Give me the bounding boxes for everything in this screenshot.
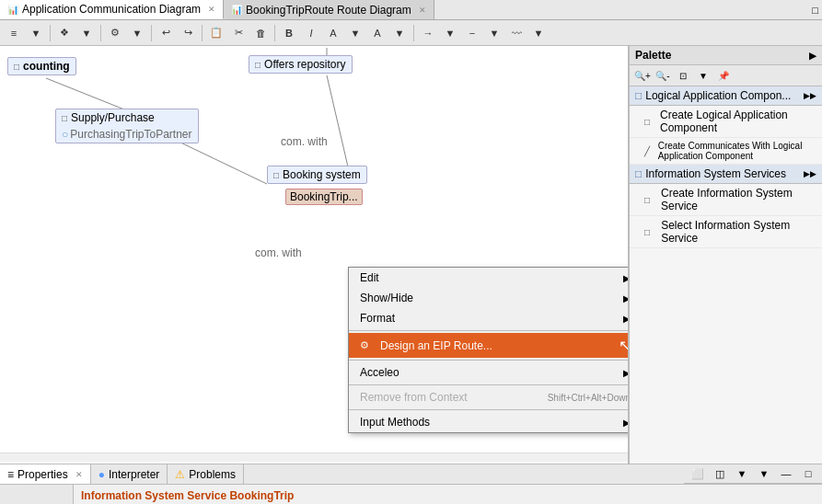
palette-expand-icon[interactable]: ▶ — [809, 51, 816, 61]
node-counting[interactable]: □ counting — [7, 57, 76, 75]
toolbar-wave-btn[interactable]: 〰 — [506, 23, 527, 43]
context-menu: Edit ▶ Show/Hide ▶ Format ▶ ⚙ Design an … — [348, 267, 629, 433]
palette-settings[interactable]: ▼ — [694, 67, 712, 84]
tab-application-diagram[interactable]: 📊 Application Communication Diagram ✕ — [0, 0, 224, 19]
toolbar-font-dd[interactable]: ▼ — [345, 23, 365, 43]
palette-toolbar: 🔍+ 🔍- ⊡ ▼ 📌 — [630, 65, 822, 86]
toolbar-settings-dd[interactable]: ▼ — [127, 23, 147, 43]
maximize-btn[interactable]: □ — [808, 0, 822, 19]
palette-create-logical-icon: □ — [644, 117, 654, 127]
palette-section-iss[interactable]: □ Information System Services ▶▶ — [630, 165, 822, 184]
node-bookingrip-label: BookingTrip... — [290, 190, 358, 203]
toolbar-line-dd[interactable]: ▼ — [484, 23, 504, 43]
palette-header: Palette ▶ — [630, 46, 822, 65]
node-bookingrip[interactable]: BookingTrip... — [285, 189, 363, 205]
palette-section-logical[interactable]: □ Logical Application Compon... ▶▶ — [630, 86, 822, 106]
node-counting-icon: □ — [14, 62, 19, 72]
bottom-right-toolbar: ⬜ ◫ ▼ ▼ — □ — [684, 464, 822, 484]
palette-item-create-iss[interactable]: □ Create Information System Service — [630, 184, 822, 216]
toolbar-redo-btn[interactable]: ↪ — [178, 23, 198, 43]
toolbar-sep-3 — [151, 25, 152, 41]
tab-application-label: Application Communication Diagram — [22, 3, 201, 16]
node-booking[interactable]: □ Booking system — [267, 166, 367, 184]
toolbar-font2-dd[interactable]: ▼ — [389, 23, 410, 43]
palette-item-select-iss[interactable]: □ Select Information System Service — [630, 216, 822, 248]
node-supply-sub-label: PurchasingTripToPartner — [70, 128, 191, 141]
diagram-canvas[interactable]: □ counting □ Offers repository □ Supply/… — [0, 46, 629, 464]
bottom-tb-btn-6[interactable]: □ — [798, 464, 818, 483]
main-layout: □ counting □ Offers repository □ Supply/… — [0, 46, 822, 464]
node-offers-label: Offers repository — [264, 58, 345, 71]
palette-communicates-label: Create Communicates With Logical Applica… — [658, 141, 807, 161]
toolbar-arrow-btn[interactable]: → — [418, 23, 438, 43]
bottom-tab-props-label: Properties — [17, 468, 68, 481]
bottom-tab-properties[interactable]: ≡ Properties ✕ — [0, 464, 91, 484]
palette-item-create-communicates[interactable]: ╱ Create Communicates With Logical Appli… — [630, 138, 822, 165]
toolbar-menu-btn[interactable]: ≡ — [4, 23, 24, 43]
bottom-panel: ≡ Properties ✕ ● Interpreter ⚠ Problems … — [0, 464, 822, 504]
toolbar-undo-btn[interactable]: ↩ — [156, 23, 176, 43]
palette-section-iss-icon: □ — [635, 167, 642, 180]
bottom-tab-props-close[interactable]: ✕ — [75, 470, 83, 479]
menu-sep-2 — [349, 360, 629, 361]
toolbar-bold-btn[interactable]: B — [279, 23, 299, 43]
bottom-tb-btn-3[interactable]: ▼ — [732, 464, 752, 483]
palette-section-logical-collapse[interactable]: ▶▶ — [804, 91, 816, 100]
toolbar-font-btn[interactable]: A — [323, 23, 343, 43]
tab-close-icon[interactable]: ✕ — [208, 5, 215, 14]
tab-route-diagram[interactable]: 📊 BookingTripRoute Route Diagram ✕ — [224, 0, 434, 19]
toolbar-grid-dd[interactable]: ▼ — [76, 23, 97, 43]
menu-item-showhide[interactable]: Show/Hide ▶ — [349, 288, 629, 308]
menu-item-acceleo[interactable]: Acceleo ▶ — [349, 362, 629, 383]
palette-fit[interactable]: ⊡ — [674, 67, 692, 84]
palette-zoom-out[interactable]: 🔍- — [654, 67, 672, 84]
palette-zoom-in[interactable]: 🔍+ — [633, 67, 652, 84]
toolbar-copy-btn[interactable]: 📋 — [206, 23, 226, 43]
toolbar-dropdown-btn[interactable]: ▼ — [26, 23, 46, 43]
bottom-tb-btn-2[interactable]: ◫ — [710, 464, 730, 483]
toolbar-arrow-dd[interactable]: ▼ — [440, 23, 460, 43]
palette-item-create-logical[interactable]: □ Create Logical Application Component — [630, 106, 822, 138]
tab-route-close-icon[interactable]: ✕ — [419, 6, 426, 15]
bottom-tab-bar: ≡ Properties ✕ ● Interpreter ⚠ Problems … — [0, 464, 822, 485]
bottom-tab-problems[interactable]: ⚠ Problems — [168, 464, 244, 484]
node-offers[interactable]: □ Offers repository — [249, 55, 353, 74]
palette-select-iss-icon: □ — [644, 227, 655, 237]
node-offers-icon: □ — [255, 60, 260, 70]
canvas-hscrollbar[interactable] — [0, 452, 628, 462]
menu-showhide-label: Show/Hide — [360, 292, 413, 304]
tab-diagram-icon: 📊 — [7, 5, 18, 15]
menu-remove-label: Remove from Context — [360, 391, 468, 404]
com-with-label-2: com. with — [255, 246, 302, 259]
menu-item-design-eip[interactable]: ⚙ Design an EIP Route... ↖ — [349, 333, 629, 358]
menu-input-arrow: ▶ — [623, 418, 629, 428]
node-supply[interactable]: □ Supply/Purchase ○ PurchasingTripToPart… — [55, 109, 199, 143]
node-supply-label: Supply/Purchase — [71, 111, 155, 124]
toolbar-line-btn[interactable]: − — [462, 23, 482, 43]
menu-format-arrow: ▶ — [623, 314, 629, 324]
toolbar-wave-dd[interactable]: ▼ — [528, 23, 549, 43]
toolbar-font2-btn[interactable]: A — [367, 23, 388, 43]
bottom-tb-btn-4[interactable]: ▼ — [754, 464, 774, 483]
semantic-tab[interactable]: Semantic — [0, 485, 74, 504]
palette-select-iss-label: Select Information System Service — [661, 219, 807, 245]
palette-title: Palette — [635, 49, 671, 62]
menu-item-input-methods[interactable]: Input Methods ▶ — [349, 412, 629, 432]
toolbar-delete-btn[interactable]: 🗑 — [250, 23, 271, 43]
menu-item-format[interactable]: Format ▶ — [349, 308, 629, 328]
palette-create-iss-icon: □ — [644, 195, 655, 205]
palette-pin[interactable]: 📌 — [714, 67, 733, 84]
menu-acceleo-arrow: ▶ — [623, 368, 629, 378]
toolbar-grid-btn[interactable]: ❖ — [54, 23, 75, 43]
bottom-tab-interp-label: Interpreter — [109, 468, 159, 481]
toolbar-italic-btn[interactable]: I — [301, 23, 321, 43]
bottom-tb-btn-5[interactable]: — — [776, 464, 796, 483]
menu-item-edit[interactable]: Edit ▶ — [349, 268, 629, 288]
bottom-tb-btn-1[interactable]: ⬜ — [688, 464, 708, 483]
bottom-tab-interpreter[interactable]: ● Interpreter — [91, 464, 168, 484]
node-booking-label: Booking system — [283, 168, 361, 181]
bottom-tab-interp-icon: ● — [98, 468, 105, 481]
toolbar-cut-btn[interactable]: ✂ — [228, 23, 249, 43]
palette-section-iss-collapse[interactable]: ▶▶ — [804, 169, 816, 178]
toolbar-settings-btn[interactable]: ⚙ — [105, 23, 125, 43]
